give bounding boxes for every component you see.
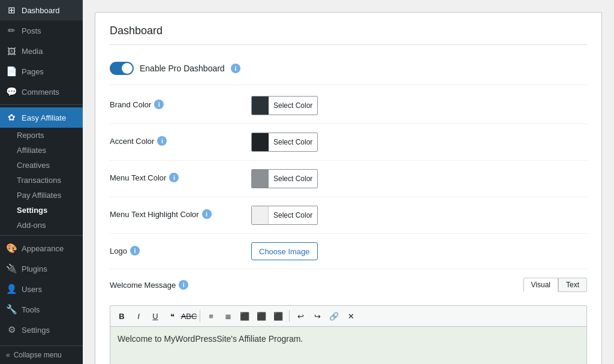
submenu-settings[interactable]: Settings	[0, 203, 83, 218]
menu-text-color-info-icon[interactable]: i	[169, 173, 179, 182]
menu-text-color-label: Menu Text Color i	[110, 169, 242, 182]
users-icon: 👤	[6, 284, 17, 294]
posts-icon: ✏	[6, 25, 17, 36]
menu-text-highlight-color-control: Select Color	[251, 206, 587, 225]
accent-color-swatch	[252, 133, 269, 151]
editor-wrapper: B I U ❝ ABC ≡ ≣ ⬛ ⬛ ⬛ ↩ ↪ 🔗 ✕	[110, 305, 587, 364]
sidebar-item-plugins[interactable]: 🔌 Plugins	[0, 258, 83, 279]
toolbar-italic[interactable]: I	[131, 308, 146, 324]
submenu-reports[interactable]: Reports	[0, 128, 83, 143]
sidebar-item-posts[interactable]: ✏ Posts	[0, 20, 83, 41]
easy-affiliate-icon: ✿	[6, 112, 17, 123]
enable-pro-label: Enable Pro Dashboard	[140, 64, 225, 73]
settings-icon: ⚙	[6, 324, 17, 335]
collapse-icon: «	[6, 351, 10, 359]
submenu-creatives[interactable]: Creatives	[0, 158, 83, 173]
appearance-icon: 🎨	[6, 243, 17, 254]
enable-pro-info-icon[interactable]: i	[231, 64, 240, 73]
menu-text-color-btn-label: Select Color	[269, 175, 317, 183]
brand-color-info-icon[interactable]: i	[154, 100, 164, 109]
collapse-menu-button[interactable]: « Collapse menu	[0, 345, 83, 364]
dashboard-icon: ⊞	[6, 5, 17, 16]
toolbar-ordered-list[interactable]: ≣	[220, 308, 236, 324]
logo-control: Choose Image	[251, 242, 587, 260]
sidebar-item-easy-affiliate[interactable]: ✿ Easy Affiliate	[0, 107, 83, 128]
accent-color-label: Accent Color i	[110, 133, 242, 146]
menu-text-color-swatch	[252, 170, 269, 188]
submenu-pay-affiliates[interactable]: Pay Affiliates	[0, 188, 83, 203]
accent-color-btn-label: Select Color	[269, 138, 317, 146]
comments-icon: 💬	[6, 86, 17, 97]
menu-text-highlight-color-info-icon[interactable]: i	[202, 209, 212, 219]
brand-color-btn-label: Select Color	[269, 101, 317, 110]
accent-color-row: Accent Color i Select Color	[110, 124, 587, 161]
choose-image-button[interactable]: Choose Image	[251, 242, 318, 260]
toolbar-blockquote[interactable]: ❝	[164, 308, 180, 324]
toolbar-align-center[interactable]: ⬛	[254, 308, 269, 324]
menu-text-color-row: Menu Text Color i Select Color	[110, 161, 587, 197]
toolbar-unordered-list[interactable]: ≡	[203, 308, 219, 324]
media-icon: 🖼	[6, 46, 17, 56]
accent-color-control: Select Color	[251, 133, 587, 152]
brand-color-row: Brand Color i Select Color	[110, 88, 587, 124]
sidebar-item-users[interactable]: 👤 Users	[0, 279, 83, 299]
plugins-icon: 🔌	[6, 263, 17, 274]
sidebar-item-dashboard[interactable]: ⊞ Dashboard	[0, 0, 83, 20]
submenu-transactions[interactable]: Transactions	[0, 173, 83, 188]
toolbar-divider-1	[200, 310, 200, 322]
accent-color-info-icon[interactable]: i	[157, 136, 167, 146]
toolbar-align-left[interactable]: ⬛	[237, 308, 252, 324]
editor-tabs: Visual Text	[523, 278, 587, 292]
toolbar-align-right[interactable]: ⬛	[270, 308, 286, 324]
toolbar-fullscreen[interactable]: ✕	[343, 308, 359, 324]
page-title: Dashboard	[110, 25, 587, 45]
welcome-message-info-icon[interactable]: i	[179, 280, 188, 290]
brand-color-label: Brand Color i	[110, 96, 242, 109]
editor-body[interactable]: Welcome to MyWordPressSite's Affiliate P…	[110, 327, 586, 364]
toolbar-undo[interactable]: ↩	[293, 308, 308, 324]
accent-color-button[interactable]: Select Color	[251, 133, 318, 152]
menu-text-highlight-color-button[interactable]: Select Color	[251, 206, 318, 225]
enable-pro-toggle[interactable]	[110, 62, 134, 75]
tab-text[interactable]: Text	[558, 278, 587, 292]
content-card: Dashboard Enable Pro Dashboard i Brand C…	[95, 12, 602, 364]
welcome-message-row: Welcome Message i Visual Text B I U ❝ AB…	[110, 269, 587, 364]
editor-toolbar: B I U ❝ ABC ≡ ≣ ⬛ ⬛ ⬛ ↩ ↪ 🔗 ✕	[110, 306, 586, 327]
sidebar: ⊞ Dashboard ✏ Posts 🖼 Media 📄 Pages 💬 Co…	[0, 0, 83, 364]
enable-pro-row: Enable Pro Dashboard i	[110, 57, 587, 85]
brand-color-control: Select Color	[251, 96, 587, 115]
menu-text-highlight-color-row: Menu Text Highlight Color i Select Color	[110, 197, 587, 234]
main-content: Dashboard Enable Pro Dashboard i Brand C…	[83, 0, 614, 364]
toolbar-redo[interactable]: ↪	[309, 308, 325, 324]
menu-text-highlight-color-btn-label: Select Color	[269, 211, 317, 219]
menu-text-highlight-color-label: Menu Text Highlight Color i	[110, 206, 242, 219]
sidebar-item-media[interactable]: 🖼 Media	[0, 41, 83, 61]
sidebar-item-tools[interactable]: 🔧 Tools	[0, 299, 83, 320]
toolbar-bold[interactable]: B	[114, 308, 130, 324]
logo-info-icon[interactable]: i	[130, 246, 140, 255]
brand-color-swatch	[252, 97, 269, 115]
menu-text-color-control: Select Color	[251, 169, 587, 188]
sidebar-item-appearance[interactable]: 🎨 Appearance	[0, 238, 83, 258]
tab-visual[interactable]: Visual	[523, 278, 558, 292]
toolbar-strikethrough[interactable]: ABC	[181, 308, 197, 324]
sidebar-item-pages[interactable]: 📄 Pages	[0, 61, 83, 82]
menu-text-color-button[interactable]: Select Color	[251, 169, 318, 188]
tools-icon: 🔧	[6, 304, 17, 315]
toolbar-link[interactable]: 🔗	[326, 308, 342, 324]
welcome-message-header: Welcome Message i Visual Text	[110, 278, 587, 292]
logo-label: Logo i	[110, 242, 242, 255]
menu-text-highlight-color-swatch	[252, 206, 269, 224]
sidebar-item-settings-wp[interactable]: ⚙ Settings	[0, 320, 83, 340]
toolbar-divider-2	[289, 310, 290, 322]
logo-row: Logo i Choose Image	[110, 234, 587, 269]
welcome-message-label: Welcome Message i	[110, 280, 188, 290]
sidebar-item-comments[interactable]: 💬 Comments	[0, 82, 83, 102]
brand-color-button[interactable]: Select Color	[251, 96, 318, 115]
toolbar-underline[interactable]: U	[148, 308, 163, 324]
submenu-affiliates[interactable]: Affiliates	[0, 143, 83, 158]
submenu-add-ons[interactable]: Add-ons	[0, 218, 83, 233]
pages-icon: 📄	[6, 66, 17, 77]
